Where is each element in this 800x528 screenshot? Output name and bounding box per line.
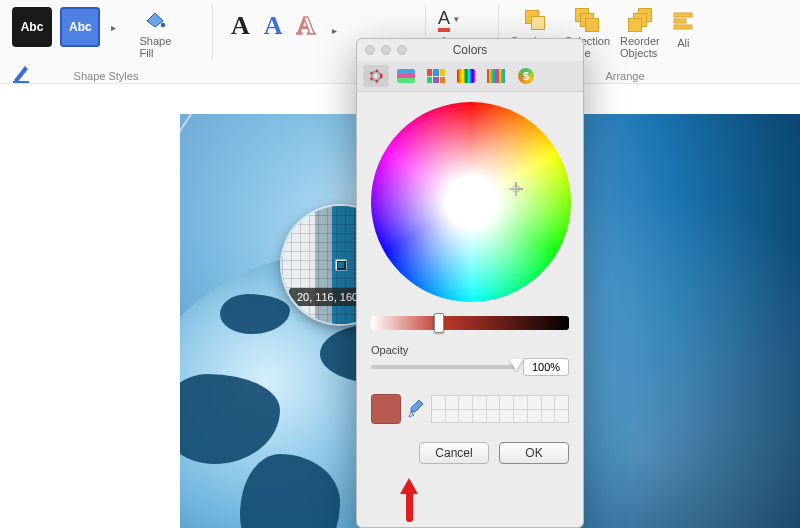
- shape-fill-label: Shape Fill: [139, 36, 171, 59]
- annotation-arrow: [400, 478, 418, 522]
- tab-color-wheel[interactable]: [363, 65, 389, 87]
- opacity-value[interactable]: 100%: [523, 358, 569, 376]
- wordart-preset-3[interactable]: A: [297, 11, 316, 41]
- brightness-slider[interactable]: [371, 316, 569, 330]
- loupe-target-pixel: [337, 261, 346, 270]
- align-icon: [672, 7, 694, 35]
- color-wheel-icon: [367, 69, 385, 83]
- colors-dialog: Colors $ Opacity 100%: [356, 38, 584, 528]
- palettes-icon: [427, 69, 445, 83]
- opacity-label: Opacity: [371, 344, 569, 356]
- opacity-slider[interactable]: [371, 365, 517, 369]
- svg-rect-4: [674, 25, 692, 29]
- reorder-objects-button[interactable]: Reorder Objects: [616, 6, 664, 59]
- chevron-down-icon: ▾: [454, 14, 459, 24]
- spectrum-icon: [457, 69, 475, 83]
- separator: [212, 4, 213, 60]
- pencils-icon: [487, 69, 505, 83]
- align-label: Ali: [677, 37, 689, 49]
- custom-icon: $: [518, 68, 534, 84]
- text-fill-button[interactable]: A ▾: [438, 8, 486, 29]
- shape-fill-button[interactable]: Shape Fill: [131, 6, 179, 59]
- current-color-swatch[interactable]: [371, 394, 401, 424]
- eyedropper-icon: [408, 399, 424, 419]
- titlebar[interactable]: Colors: [357, 39, 583, 61]
- group-shape-styles: Abc Abc ▸ Shape Fill Shape Styles: [6, 4, 206, 84]
- color-wheel-cursor[interactable]: [509, 182, 523, 196]
- dialog-title: Colors: [357, 43, 583, 57]
- shape-style-preset-label: Abc: [21, 20, 44, 34]
- text-fill-icon: A: [438, 8, 450, 29]
- opacity-knob[interactable]: [509, 359, 523, 371]
- svg-rect-3: [674, 19, 686, 23]
- tab-pencils[interactable]: [483, 65, 509, 87]
- selection-pane-icon: [575, 6, 599, 34]
- ok-label: OK: [525, 446, 542, 460]
- color-mode-tabs: $: [357, 61, 583, 92]
- brightness-knob[interactable]: [434, 313, 444, 333]
- ok-button[interactable]: OK: [499, 442, 569, 464]
- send-backward-icon: [523, 6, 547, 34]
- wordart-gallery-expand[interactable]: ▸: [328, 11, 342, 51]
- eyedropper-button[interactable]: [407, 398, 425, 420]
- tab-custom[interactable]: $: [513, 65, 539, 87]
- tab-color-sliders[interactable]: [393, 65, 419, 87]
- svg-point-0: [161, 23, 165, 27]
- align-button[interactable]: Ali: [668, 7, 698, 49]
- sliders-icon: [397, 69, 415, 83]
- loupe-rgb-readout: 20, 116, 160: [289, 288, 366, 306]
- wordart-preset-2[interactable]: A: [264, 11, 283, 41]
- reorder-objects-label: Reorder Objects: [620, 36, 660, 59]
- reorder-objects-icon: [628, 6, 652, 34]
- shape-style-preset-blue[interactable]: Abc: [60, 7, 100, 47]
- shape-style-preset-label: Abc: [69, 20, 92, 34]
- tab-color-palettes[interactable]: [423, 65, 449, 87]
- color-wheel[interactable]: [371, 102, 571, 302]
- tab-image-palettes[interactable]: [453, 65, 479, 87]
- cancel-label: Cancel: [435, 446, 472, 460]
- svg-rect-2: [674, 13, 692, 17]
- wordart-preset-1[interactable]: A: [231, 11, 250, 41]
- shape-style-preset-dark[interactable]: Abc: [12, 7, 52, 47]
- bucket-icon: [143, 6, 167, 34]
- group-label: Shape Styles: [6, 70, 206, 82]
- cancel-button[interactable]: Cancel: [419, 442, 489, 464]
- shape-style-gallery-expand[interactable]: ▸: [107, 8, 121, 48]
- saved-swatches[interactable]: [431, 395, 569, 423]
